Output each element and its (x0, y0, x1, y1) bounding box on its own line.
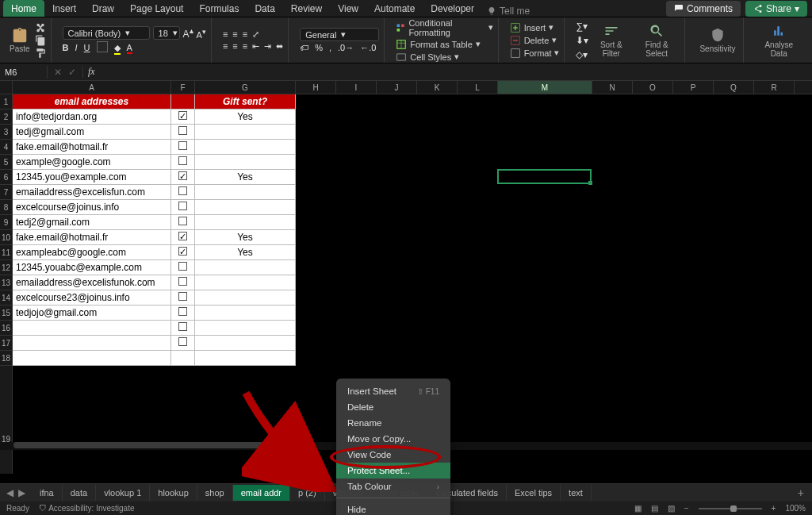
formula-input[interactable] (100, 66, 812, 79)
fill-color-button[interactable]: ◆ (114, 43, 121, 53)
format-cells-button[interactable]: Format▾ (510, 48, 560, 59)
align-top-icon[interactable]: ≡ (223, 29, 228, 39)
ctx-item[interactable]: Delete (336, 399, 450, 415)
fx-icon[interactable]: fx (83, 66, 100, 78)
ctx-item[interactable]: Hide (336, 502, 450, 515)
tab-nav-prev-icon[interactable]: ◀ (6, 487, 13, 498)
column-header[interactable]: K (417, 81, 458, 94)
format-as-table-button[interactable]: Format as Table▾ (396, 39, 492, 50)
zoom-slider[interactable] (699, 508, 762, 509)
underline-button[interactable]: U (84, 43, 90, 52)
bold-button[interactable]: B (63, 43, 69, 52)
cancel-icon[interactable]: ✕ (54, 67, 62, 78)
tell-me-search[interactable]: Tell me (487, 6, 530, 17)
find-select-button[interactable]: Find & Select (634, 23, 680, 58)
tab-home[interactable]: Home (3, 0, 44, 17)
column-header[interactable]: H (296, 81, 336, 94)
sheet-tab[interactable]: hlookup (150, 485, 197, 501)
indent-decrease-icon[interactable]: ⇤ (252, 41, 259, 52)
align-center-icon[interactable]: ≡ (232, 41, 237, 51)
column-header[interactable]: R (754, 81, 795, 94)
tab-insert[interactable]: Insert (44, 0, 84, 17)
clear-icon[interactable]: ◇▾ (576, 49, 588, 60)
orientation-icon[interactable]: ⤢ (252, 29, 259, 40)
ctx-item[interactable]: Rename (336, 415, 450, 431)
column-header[interactable]: O (633, 81, 673, 94)
delete-cells-button[interactable]: Delete▾ (510, 35, 560, 46)
name-box[interactable]: M6 (0, 66, 48, 79)
analyse-data-button[interactable]: Analyse Data (755, 23, 802, 58)
tab-review[interactable]: Review (283, 0, 330, 17)
column-header[interactable]: L (458, 81, 498, 94)
sheet-tab[interactable]: vlookup 1 (96, 485, 150, 501)
fill-icon[interactable]: ⬇▾ (576, 35, 588, 46)
share-button[interactable]: Share ▾ (745, 1, 807, 17)
view-page-icon[interactable]: ▤ (651, 504, 658, 513)
grow-font-icon[interactable]: A▴ (183, 26, 193, 40)
ctx-item[interactable]: Protect Sheet... (336, 463, 450, 478)
view-normal-icon[interactable]: ▦ (634, 504, 642, 513)
tab-draw[interactable]: Draw (84, 0, 122, 17)
column-header[interactable]: P (673, 81, 714, 94)
view-break-icon[interactable]: ▧ (668, 504, 675, 513)
align-bottom-icon[interactable]: ≡ (243, 29, 247, 39)
italic-button[interactable]: I (75, 43, 78, 52)
column-header[interactable]: F (171, 81, 195, 94)
cut-icon[interactable] (35, 22, 46, 33)
ctx-item[interactable]: View Code (336, 447, 450, 463)
enter-icon[interactable]: ✓ (68, 67, 76, 78)
sheet-tab[interactable]: data (63, 485, 96, 501)
sort-filter-button[interactable]: Sort & Filter (590, 23, 632, 58)
increase-decimal-icon[interactable]: .0→ (338, 43, 354, 52)
sheet-tab[interactable]: p (2) (290, 485, 325, 501)
ctx-item[interactable]: Insert Sheet⇧ F11 (336, 383, 450, 399)
tab-automate[interactable]: Automate (366, 0, 423, 17)
comments-button[interactable]: Comments (666, 1, 741, 17)
ctx-item[interactable]: Tab Colour› (336, 478, 450, 494)
tab-developer[interactable]: Developer (423, 0, 482, 17)
column-header[interactable]: N (592, 81, 633, 94)
tab-view[interactable]: View (330, 0, 366, 17)
column-header[interactable]: M (498, 81, 592, 94)
border-button[interactable] (97, 41, 108, 54)
accessibility-status[interactable]: ⛉ Accessibility: Investigate (39, 504, 135, 513)
add-sheet-button[interactable]: + (790, 486, 812, 499)
align-left-icon[interactable]: ≡ (223, 41, 228, 51)
zoom-in-icon[interactable]: + (772, 504, 776, 513)
column-header[interactable]: A (13, 81, 171, 94)
tab-formulas[interactable]: Formulas (191, 0, 247, 17)
number-format-select[interactable]: General▾ (300, 28, 379, 41)
copy-icon[interactable] (35, 35, 46, 46)
sensitivity-button[interactable]: Sensitivity (696, 27, 738, 53)
font-color-button[interactable]: A (127, 43, 132, 52)
autosum-icon[interactable]: ∑▾ (576, 21, 588, 32)
column-header[interactable]: Q (714, 81, 754, 94)
ctx-item[interactable]: Move or Copy... (336, 431, 450, 447)
zoom-out-icon[interactable]: − (684, 504, 689, 513)
sheet-tab[interactable]: Excel tips (507, 485, 561, 501)
column-header[interactable]: I (336, 81, 377, 94)
sheet-tab[interactable]: text (561, 485, 592, 501)
percent-icon[interactable]: % (315, 43, 323, 52)
conditional-formatting-button[interactable]: Conditional Formatting▾ (396, 18, 492, 37)
paste-button[interactable]: Paste (10, 27, 30, 53)
font-size-select[interactable]: 18▾ (153, 26, 180, 40)
insert-cells-button[interactable]: Insert▾ (510, 22, 560, 33)
shrink-font-icon[interactable]: A▾ (197, 27, 206, 40)
comma-icon[interactable]: , (329, 43, 331, 52)
tab-page-layout[interactable]: Page Layout (122, 0, 191, 17)
sheet-tab[interactable]: ifna (32, 485, 63, 501)
zoom-value[interactable]: 100% (785, 504, 806, 513)
merge-icon[interactable]: ⬌ (276, 41, 283, 52)
scrollbar-thumb[interactable] (13, 442, 315, 448)
align-right-icon[interactable]: ≡ (243, 41, 247, 51)
sheet-tab[interactable]: shop (197, 485, 233, 501)
decrease-decimal-icon[interactable]: ←.0 (360, 43, 376, 52)
tab-nav-next-icon[interactable]: ▶ (18, 487, 25, 498)
indent-increase-icon[interactable]: ⇥ (264, 41, 271, 52)
select-all-corner[interactable] (0, 81, 13, 94)
sheet-tab[interactable]: email addr (233, 485, 290, 501)
column-header[interactable]: J (377, 81, 417, 94)
format-painter-icon[interactable] (35, 48, 46, 59)
font-name-select[interactable]: Calibri (Body)▾ (63, 26, 150, 40)
